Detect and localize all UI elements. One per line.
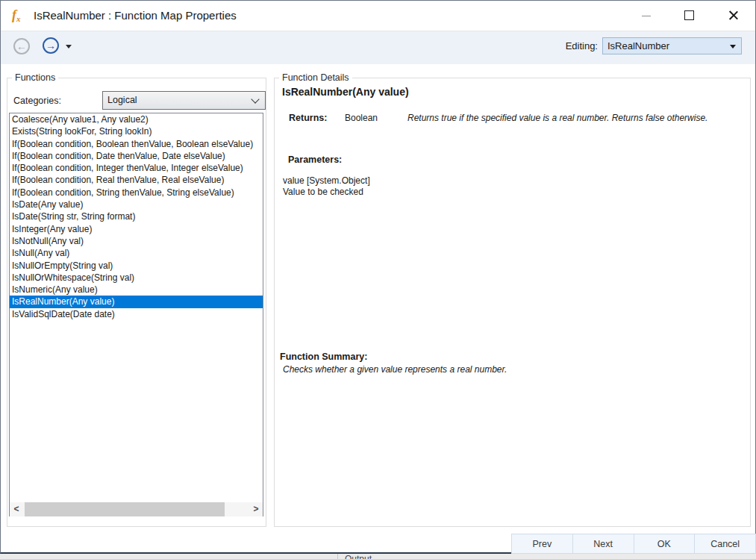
chevron-down-icon <box>251 95 259 103</box>
background-app-sliver: Output <box>0 554 756 559</box>
list-item[interactable]: IsNull(Any val) <box>10 247 263 259</box>
background-partial-text: Output <box>345 554 372 559</box>
scroll-left-arrow-icon[interactable]: < <box>10 502 23 516</box>
title-bar: fx IsRealNumber : Function Map Propertie… <box>1 1 755 31</box>
background-divider <box>337 554 338 559</box>
toolbar: ← → Editing: IsRealNumber <box>1 31 755 64</box>
functions-groupbox: Functions Categories: Logical Coalesce(A… <box>7 78 266 527</box>
horizontal-scrollbar[interactable]: < > <box>10 502 263 516</box>
categories-combobox[interactable]: Logical <box>102 91 266 110</box>
function-map-properties-dialog: fx IsRealNumber : Function Map Propertie… <box>0 0 756 554</box>
back-button[interactable]: ← <box>13 38 30 54</box>
chevron-down-icon <box>730 45 736 49</box>
maximize-icon <box>684 10 694 20</box>
close-button[interactable] <box>714 1 752 31</box>
list-item[interactable]: IsRealNumber(Any value) <box>10 296 263 307</box>
forward-button[interactable]: → <box>43 37 59 54</box>
list-item[interactable]: IsNullOrWhitespace(String val) <box>10 272 263 284</box>
prev-button[interactable]: Prev <box>511 534 573 554</box>
function-details-groupbox-title: Function Details <box>279 72 352 83</box>
returns-label: Returns: <box>289 113 327 123</box>
back-arrow-icon: ← <box>16 40 27 52</box>
list-item[interactable]: IsValidSqlDate(Date date) <box>10 308 263 320</box>
list-item[interactable]: IsDate(Any value) <box>10 199 263 210</box>
list-item[interactable]: IsNullOrEmpty(String val) <box>10 260 263 272</box>
function-signature: IsRealNumber(Any value) <box>282 86 409 98</box>
footer-buttons: PrevNextOKCancel <box>512 534 756 554</box>
minimize-button[interactable] <box>628 1 665 31</box>
close-icon <box>728 10 739 21</box>
next-button[interactable]: Next <box>572 534 634 554</box>
categories-label: Categories: <box>13 96 61 106</box>
list-item[interactable]: Coalesce(Any value1, Any value2) <box>10 113 263 125</box>
editing-combobox-value: IsRealNumber <box>607 40 669 51</box>
list-item[interactable]: If(Boolean condition, Date thenValue, Da… <box>10 150 263 162</box>
returns-type: Boolean <box>345 113 378 123</box>
list-item[interactable]: IsInteger(Any value) <box>10 223 263 235</box>
list-item[interactable]: If(Boolean condition, Integer thenValue,… <box>10 162 263 174</box>
minimize-icon <box>642 16 651 16</box>
window-title: IsRealNumber : Function Map Properties <box>34 9 237 22</box>
list-item[interactable]: If(Boolean condition, Boolean thenValue,… <box>10 138 263 150</box>
editing-combobox[interactable]: IsRealNumber <box>602 37 742 54</box>
parameters-label: Parameters: <box>288 154 342 165</box>
list-item[interactable]: Exists(String lookFor, String lookIn) <box>10 125 263 137</box>
function-summary-text: Checks whether a given value represents … <box>283 364 507 375</box>
fx-icon: fx <box>12 7 21 23</box>
functions-groupbox-title: Functions <box>12 72 58 83</box>
list-item[interactable]: If(Boolean condition, String thenValue, … <box>10 187 263 199</box>
editing-label: Editing: <box>523 40 598 51</box>
scrollbar-thumb[interactable] <box>25 502 225 516</box>
list-item[interactable]: IsNumeric(Any value) <box>10 284 263 296</box>
list-item[interactable]: IsDate(String str, String format) <box>10 210 263 222</box>
parameter-name: value [System.Object] <box>283 175 370 186</box>
function-details-groupbox: Function Details IsRealNumber(Any value)… <box>274 78 751 527</box>
returns-description: Returns true if the specified value is a… <box>407 113 743 123</box>
list-item[interactable]: IsNotNull(Any val) <box>10 235 263 247</box>
function-list[interactable]: Coalesce(Any value1, Any value2)Exists(S… <box>9 113 263 516</box>
cancel-button[interactable]: Cancel <box>694 534 756 554</box>
function-summary-label: Function Summary: <box>280 352 367 362</box>
list-item[interactable]: If(Boolean condition, Real thenValue, Re… <box>10 174 263 186</box>
categories-combobox-value: Logical <box>107 95 137 105</box>
parameter-description: Value to be checked <box>283 187 363 197</box>
forward-dropdown-caret-icon[interactable] <box>66 45 72 49</box>
ok-button[interactable]: OK <box>634 534 696 554</box>
scroll-right-arrow-icon[interactable]: > <box>249 502 263 516</box>
forward-arrow-icon: → <box>46 40 56 51</box>
maximize-button[interactable] <box>671 1 708 31</box>
